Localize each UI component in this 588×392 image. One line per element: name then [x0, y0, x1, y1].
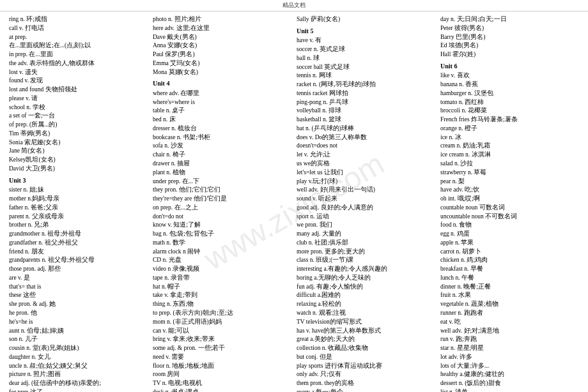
top-bar: 精品文档 [0, 0, 588, 11]
vocab-entry: TV television的缩写形式 [297, 318, 435, 327]
vocab-entry: ping-pong n. 乒乓球 [297, 98, 435, 107]
vocab-entry: sofa n. 沙发 [153, 142, 291, 151]
vocab-entry: need v. 需要 [153, 353, 291, 362]
vocab-entry: star n. 星星;明星 [440, 344, 579, 353]
vocab-entry: healthy a.健康的;健壮的 [440, 370, 579, 379]
vocab-entry: racket n. (网球,羽毛球的)球拍 [297, 80, 435, 89]
vocab-entry: daughter n. 女儿 [9, 353, 148, 362]
vocab-entry: for prep 这了 [9, 388, 148, 392]
vocab-entry: fruit n. 水果 [440, 291, 579, 300]
vocab-entry: school n. 学校 [9, 103, 148, 112]
vocab-entry: call v. 打电话 [9, 24, 148, 33]
vocab-entry: difficult a.困难的 [297, 291, 435, 300]
vocab-entry: well adv. 好;对;满意地 [440, 327, 579, 336]
vocab-entry: relaxing a.轻松的 [297, 300, 435, 309]
vocab-entry: soccer n. 英式足球 [297, 45, 435, 54]
vocab-entry: tennis racket 网球拍 [297, 89, 435, 98]
vocab-entry: chair n. 椅子 [153, 151, 291, 160]
main-content: ring n. 环;戒指call v. 打电话at prep.在...里面或附近… [0, 11, 588, 392]
column-col4: day n. 天;日间;白天;一日Peter 彼得(男名)Barry 巴里(男名… [438, 15, 582, 392]
vocab-entry: lunch n. 午餐 [440, 274, 579, 283]
vocab-entry: they pron. 他们;它们;它们 [153, 186, 291, 195]
vocab-entry: basketball n. 篮球 [297, 116, 435, 124]
vocab-entry: table n. 桌子 [153, 107, 291, 116]
vocab-entry: CD n. 光盘 [153, 256, 291, 265]
vocab-entry: can v. 能;可以 [153, 327, 291, 336]
vocab-entry: does v. Do的第三人称单数 [297, 133, 435, 142]
vocab-entry: at prep. [9, 33, 148, 42]
vocab-entry: every a.每一;每个 [297, 388, 435, 392]
vocab-entry: Tim 蒂姆(男名) [9, 130, 148, 139]
vocab-entry: sound v. 听起来 [297, 195, 435, 204]
vocab-entry: uncountable noun 不可数名词 [440, 213, 579, 222]
vocab-entry: Ed 埃德(男名) [440, 41, 579, 50]
vocab-entry: brother n. 兄;弟 [9, 221, 148, 230]
column-col1: ring n. 环;戒指call v. 打电话at prep.在...里面或附近… [6, 15, 150, 392]
vocab-entry: take v. 拿走;带到 [153, 291, 291, 300]
vocab-entry: that's= that is [9, 283, 148, 292]
vocab-entry: bat n. (乒乓球的)球棒 [297, 124, 435, 133]
vocab-entry: boring a.无聊的;令人乏味的 [297, 274, 435, 283]
vocab-entry: dear adj. (征信函中的移动)亲爱的; [9, 379, 148, 388]
vocab-entry: mother n.妈妈;母亲 [9, 195, 148, 204]
vocab-entry: uncle n. 叔;伯;姑父;姨父;舅父 [9, 362, 148, 371]
vocab-entry: video n 录像;视频 [153, 265, 291, 274]
vocab-entry: Paul 保罗(男名) [153, 50, 291, 59]
vocab-entry: those pron. adj. 那些 [9, 265, 148, 274]
vocab-entry: pear n. 梨 [440, 177, 579, 186]
vocab-entry: Emma 艾玛(女名) [153, 59, 291, 68]
vocab-entry: son n. 儿子 [9, 335, 148, 344]
vocab-entry: tennis n. 网球 [297, 72, 435, 80]
vocab-entry: play sports 进行体育运动或比赛 [297, 362, 435, 371]
vocab-entry: class n. 班级;(一节)课 [297, 256, 435, 265]
vocab-entry: here adv. 这里;在这里 [153, 24, 291, 33]
vocab-entry: run v. 跑;奔跑 [440, 335, 579, 344]
vocab-entry: the adv. 表示特指的人,物或群体 [9, 59, 148, 68]
vocab-entry: doesn't=does not [297, 142, 435, 151]
vocab-entry: they're=they are 他们/它们是 [153, 195, 291, 204]
vocab-entry: grandmother n. 祖母;外祖母 [9, 230, 148, 239]
vocab-entry: some adj. & pron. 一些;若干 [153, 344, 291, 353]
vocab-entry: Hall 霍尔(姓) [440, 50, 579, 59]
vocab-entry: lost and found 失物招领处 [9, 86, 148, 94]
vocab-entry: where adv. 在哪里 [153, 89, 291, 98]
vocab-entry: alarm clock n 闹钟 [153, 248, 291, 257]
vocab-entry: to prep. (表示方向)朝;向;至;达 [153, 309, 291, 318]
vocab-entry: bookcase n. 书架;书柜 [153, 133, 291, 142]
vocab-entry: countable noun 可数名词 [440, 204, 579, 213]
vocab-entry: Peter 彼得(男名) [440, 24, 579, 33]
vocab-entry: parent n. 父亲或母亲 [9, 213, 148, 222]
vocab-entry: please v. 请 [9, 94, 148, 103]
vocab-entry: collection n. 收藏品;收集物 [297, 344, 435, 353]
vocab-entry: hamburger n. 汉堡包 [440, 89, 579, 98]
vocab-entry: grandparents n. 祖父母;外祖父母 [9, 256, 148, 265]
column-col3: Sally 萨莉(女名)Unit 5have v. 有soccer n. 英式足… [294, 15, 438, 392]
vocab-entry: photo n. 照片;相片 [153, 15, 291, 24]
vocab-entry: room 房间 [153, 370, 291, 379]
vocab-entry: great a.美妙的;天大的 [297, 335, 435, 344]
vocab-entry: like v. 喜欢 [440, 72, 579, 80]
vocab-entry: Barry 巴里(男名) [440, 33, 579, 42]
vocab-entry: floor n. 地板;地板;地面 [153, 362, 291, 371]
vocab-entry: fun adj. 有趣;令人愉快的 [297, 283, 435, 292]
vocab-entry: dresser n. 梳妆台 [153, 124, 291, 133]
vocab-entry: Anna 安娜(女名) [153, 41, 291, 50]
vocab-entry: play v.玩;打(球) [297, 177, 435, 186]
vocab-entry: them pron. they的宾格 [297, 379, 435, 388]
vocab-entry: many adj. 大量的 [297, 230, 435, 239]
vocab-entry: father n. 爸爸;父亲 [9, 204, 148, 213]
vocab-entry: soccer ball 英式足球 [297, 63, 435, 72]
vocab-entry: sport n. 运动 [297, 213, 435, 222]
vocab-entry: hat n. 帽子 [153, 283, 291, 292]
vocab-entry: a set of 一套;一台 [9, 112, 148, 121]
vocab-entry: us we的宾格 [297, 160, 435, 169]
vocab-entry: let v. 允许;让 [297, 151, 435, 160]
vocab-entry: broccoli n. 花椰菜 [440, 107, 579, 116]
vocab-entry: Jane 简(女名) [9, 147, 148, 156]
vocab-entry: lots of 大量;许多... [440, 362, 579, 371]
vocab-entry: interesting a.有趣的;令人感兴趣的 [297, 265, 435, 274]
vocab-entry: mom n. (非正式用语)妈妈 [153, 318, 291, 327]
vocab-entry: under prep. 在...下 [153, 177, 291, 186]
vocab-entry: grandfather n. 祖父;外祖父 [9, 239, 148, 248]
vocab-entry: ball n. 球 [297, 54, 435, 63]
